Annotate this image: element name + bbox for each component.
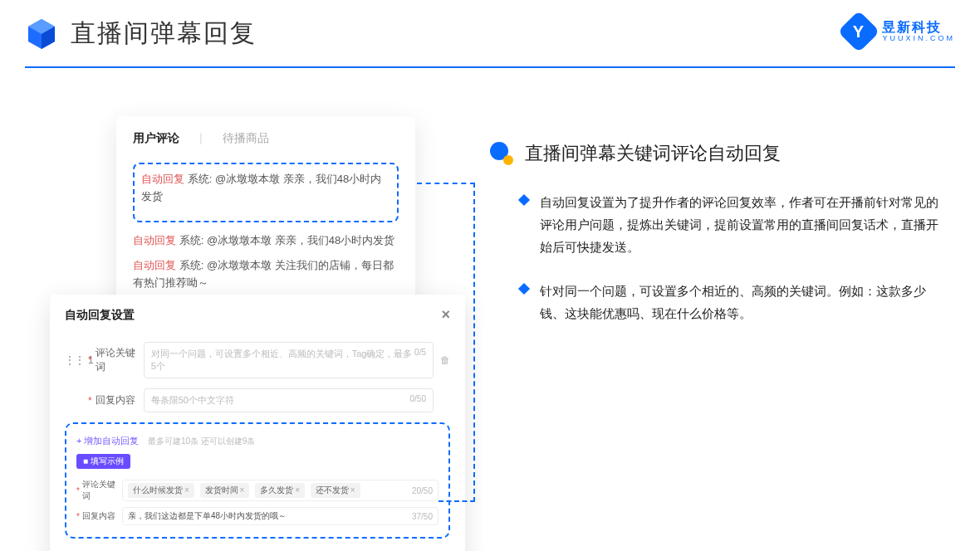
connector-line: [417, 183, 475, 184]
keyword-chip: 多久发货×: [255, 483, 305, 498]
auto-reply-settings-modal: 自动回复设置 × ⋮⋮ 1 *评论关键词 对同一个问题，可设置多个相近、高频的关…: [50, 295, 465, 551]
bullet-item: 自动回复设置为了提升作者的评论回复效率，作者可在开播前针对常见的评论用户问题，提…: [490, 191, 938, 258]
bullet-text: 自动回复设置为了提升作者的评论回复效率，作者可在开播前针对常见的评论用户问题，提…: [540, 191, 938, 258]
brand-logo: Y 昱新科技 YUUXIN.COM: [844, 17, 955, 46]
section-heading: 直播间弹幕关键词评论自动回复: [490, 141, 938, 166]
row-index: ⋮⋮ 1: [65, 354, 88, 366]
comment-tabs: 用户评论 | 待播商品: [133, 131, 399, 146]
keyword-chip: 发货时间×: [200, 483, 250, 498]
diamond-icon: [518, 194, 530, 206]
example-keyword-input[interactable]: 什么时候发货× 发货时间× 多久发货× 还不发货× 20/50: [122, 480, 439, 501]
add-hint: 最多可建10条 还可以创建9条: [148, 436, 255, 446]
highlighted-reply: 自动回复 系统: @冰墩墩本墩 亲亲，我们48小时内发货: [133, 163, 399, 222]
keyword-chip: 什么时候发货×: [128, 483, 194, 498]
tab-pending-goods[interactable]: 待播商品: [223, 131, 269, 146]
content-input[interactable]: 每条限50个中文字符0/50: [144, 388, 434, 412]
example-content-input[interactable]: 亲，我们这边都是下单48小时内发货的哦～ 37/50: [122, 507, 439, 525]
diamond-icon: [518, 283, 530, 295]
keyword-label: 评论关键词: [96, 346, 144, 374]
bullet-text: 针对同一个问题，可设置多个相近的、高频的关键词。例如：这款多少钱、这块能优惠吗、…: [540, 280, 938, 324]
cube-icon: [25, 17, 58, 51]
brand-mark-icon: Y: [838, 11, 880, 53]
auto-reply-tag: 自动回复: [141, 173, 184, 185]
example-badge: ■ 填写示例: [76, 454, 130, 469]
connector-line: [473, 183, 475, 502]
section-title: 直播间弹幕关键词评论自动回复: [525, 141, 781, 166]
trash-icon[interactable]: 🗑: [440, 354, 450, 366]
header-divider: [25, 66, 955, 68]
reply-item: 自动回复 系统: @冰墩墩本墩 亲亲，我们48小时内发货: [133, 232, 399, 250]
tab-divider: |: [199, 131, 203, 146]
page-title: 直播间弹幕回复: [71, 17, 257, 51]
example-box: + 增加自动回复 最多可建10条 还可以创建9条 ■ 填写示例 *评论关键词 什…: [65, 422, 450, 539]
modal-title: 自动回复设置: [65, 308, 135, 323]
bullet-item: 针对同一个问题，可设置多个相近的、高频的关键词。例如：这款多少钱、这块能优惠吗、…: [490, 280, 938, 324]
keyword-row: ⋮⋮ 1 *评论关键词 对同一个问题，可设置多个相近、高频的关键词，Tag确定，…: [65, 342, 450, 378]
page-header: 直播间弹幕回复: [0, 0, 980, 51]
description-panel: 直播间弹幕关键词评论自动回复 自动回复设置为了提升作者的评论回复效率，作者可在开…: [490, 141, 938, 346]
tab-user-comments[interactable]: 用户评论: [133, 131, 179, 146]
brand-name-cn: 昱新科技: [882, 20, 955, 35]
content-label: 回复内容: [96, 393, 144, 407]
reply-item: 自动回复 系统: @冰墩墩本墩 关注我们的店铺，每日都有热门推荐呦～: [133, 257, 399, 292]
keyword-input[interactable]: 对同一个问题，可设置多个相近、高频的关键词，Tag确定，最多5个0/5: [144, 342, 434, 378]
example-content-row: *回复内容 亲，我们这边都是下单48小时内发货的哦～ 37/50: [76, 507, 439, 525]
close-icon[interactable]: ×: [441, 306, 450, 324]
content-row: *回复内容 每条限50个中文字符0/50 🗑: [65, 388, 450, 412]
keyword-chip: 还不发货×: [311, 483, 360, 498]
example-keyword-row: *评论关键词 什么时候发货× 发货时间× 多久发货× 还不发货× 20/50: [76, 479, 439, 502]
add-auto-reply-link[interactable]: + 增加自动回复: [76, 436, 139, 446]
brand-name-en: YUUXIN.COM: [882, 35, 955, 43]
bubble-icon: [490, 142, 513, 165]
